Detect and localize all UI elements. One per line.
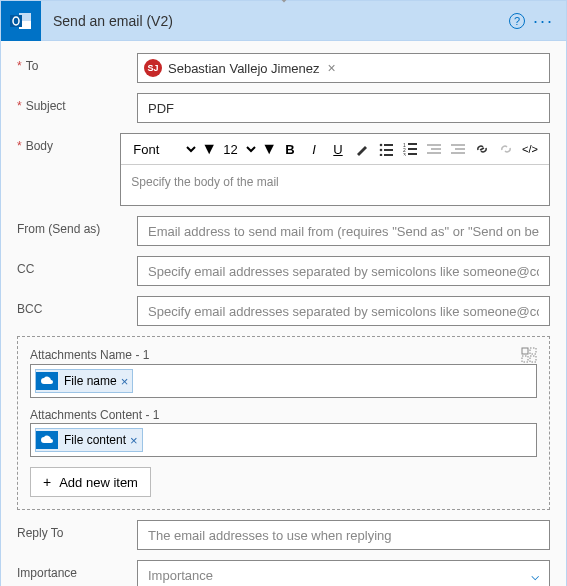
unlink-button[interactable] [495,138,517,160]
connector-arrow-icon [275,0,293,6]
svg-point-4 [380,144,383,147]
file-content-token: File content × [35,428,143,452]
code-icon: </> [522,143,538,155]
indent-button[interactable] [447,138,469,160]
subject-label: Subject [17,93,137,113]
file-name-token: File name × [35,369,133,393]
svg-rect-19 [451,144,465,146]
outlook-icon-container [1,1,41,41]
bullets-icon [379,142,393,156]
svg-rect-11 [408,143,417,145]
switch-mode-icon[interactable] [521,347,537,363]
attach-name-label: Attachments Name - 1 [30,348,149,362]
importance-select[interactable]: Importance ⌵ [137,560,550,586]
number-list-button[interactable]: 123 [399,138,421,160]
rich-text-toolbar: Font ▼ 12 ▼ B I U 1 [121,134,549,165]
remove-token-icon[interactable]: × [121,374,129,389]
body-content[interactable]: Specify the body of the mail [121,165,549,205]
card-body: To SJ Sebastian Vallejo Jimenez × Subjec… [1,41,566,586]
underline-button[interactable]: U [327,138,349,160]
size-dropdown-icon[interactable]: ▼ [261,140,277,158]
svg-rect-5 [384,144,393,146]
attach-content-input[interactable]: File content × [30,423,537,457]
svg-rect-21 [451,152,465,154]
link-icon [475,142,489,156]
svg-rect-16 [427,144,441,146]
importance-value: Importance [148,568,213,583]
card-title: Send an email (V2) [41,13,509,29]
cc-input[interactable] [137,256,550,286]
bcc-input[interactable] [137,296,550,326]
italic-button[interactable]: I [303,138,325,160]
dynamic-content-icon [36,372,58,390]
font-size-select[interactable]: 12 [219,141,259,158]
pencil-icon [355,142,369,156]
bold-button[interactable]: B [279,138,301,160]
svg-point-8 [380,154,383,156]
card-header: Send an email (V2) ? ··· [1,1,566,41]
from-input[interactable] [137,216,550,246]
svg-rect-18 [427,152,441,154]
reply-to-input[interactable] [137,520,550,550]
importance-label: Importance [17,560,137,580]
bullet-list-button[interactable] [375,138,397,160]
add-new-item-label: Add new item [59,475,138,490]
recipient-avatar: SJ [144,59,162,77]
svg-rect-15 [408,153,417,155]
svg-rect-9 [384,154,393,156]
recipient-chip: SJ Sebastian Vallejo Jimenez × [144,59,336,77]
remove-recipient-icon[interactable]: × [328,60,336,76]
reply-to-label: Reply To [17,520,137,540]
file-content-token-text: File content [64,433,126,447]
add-new-item-button[interactable]: + Add new item [30,467,151,497]
header-actions: ? ··· [509,13,566,29]
outdent-button[interactable] [423,138,445,160]
remove-token-icon[interactable]: × [130,433,138,448]
indent-icon [451,142,465,156]
to-label: To [17,53,137,73]
subject-input[interactable] [137,93,550,123]
plus-icon: + [43,474,51,490]
dynamic-content-icon [36,431,58,449]
text-color-button[interactable] [351,138,373,160]
attachments-group: Attachments Name - 1 File name × Attachm… [17,336,550,510]
outdent-icon [427,142,441,156]
action-card: Send an email (V2) ? ··· To SJ Sebastian… [0,0,567,586]
svg-text:3: 3 [403,152,406,156]
svg-rect-7 [384,149,393,151]
unlink-icon [499,142,513,156]
help-icon[interactable]: ? [509,13,525,29]
code-view-button[interactable]: </> [519,138,541,160]
link-button[interactable] [471,138,493,160]
attach-content-label: Attachments Content - 1 [30,408,537,422]
font-dropdown-icon[interactable]: ▼ [201,140,217,158]
attach-name-input[interactable]: File name × [30,364,537,398]
svg-rect-17 [431,148,441,150]
cc-label: CC [17,256,137,276]
to-input[interactable]: SJ Sebastian Vallejo Jimenez × [137,53,550,83]
more-menu-icon[interactable]: ··· [533,16,554,26]
chevron-down-icon: ⌵ [531,567,539,583]
body-label: Body [17,133,120,153]
svg-rect-23 [530,348,536,354]
from-label: From (Send as) [17,216,137,236]
recipient-name: Sebastian Vallejo Jimenez [168,61,320,76]
file-name-token-text: File name [64,374,117,388]
svg-rect-22 [522,348,528,354]
bcc-label: BCC [17,296,137,316]
svg-rect-25 [530,356,536,362]
svg-rect-13 [408,148,417,150]
numbered-icon: 123 [403,142,417,156]
font-select[interactable]: Font [129,141,199,158]
body-editor: Font ▼ 12 ▼ B I U 1 [120,133,550,206]
svg-point-6 [380,149,383,152]
outlook-icon [9,9,33,33]
svg-rect-24 [522,356,528,362]
svg-rect-20 [455,148,465,150]
